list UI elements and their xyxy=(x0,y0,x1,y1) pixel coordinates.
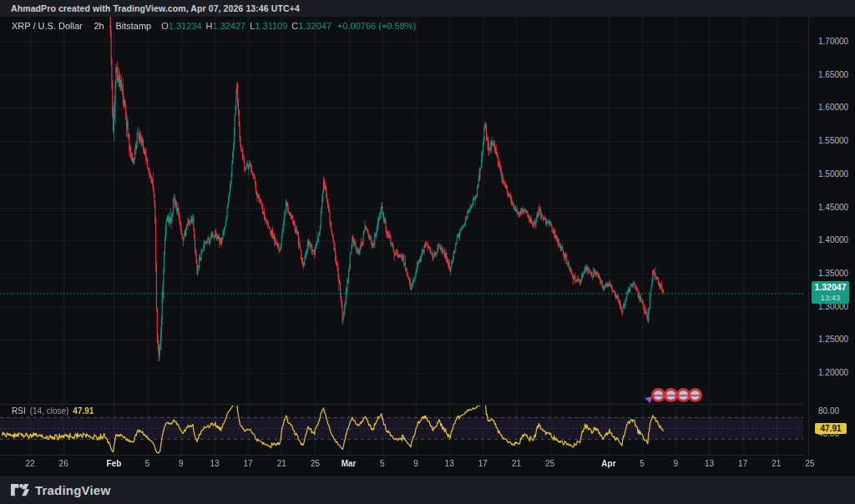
symbol-title: XRP / U.S. Dollar xyxy=(12,21,83,31)
price-axis-label: 1.70000 xyxy=(818,37,848,46)
time-axis-label: 25 xyxy=(545,459,554,468)
attribution-bar: AhmadPro created with TradingView.com, A… xyxy=(0,0,855,17)
time-axis[interactable]: 2226Feb5913172125Mar5913172125Apr5913172… xyxy=(0,456,803,474)
time-axis-label: 13 xyxy=(210,459,219,468)
price-axis-label: 1.45000 xyxy=(818,203,848,212)
ohlc-low: L1.31109 xyxy=(250,21,287,31)
time-axis-label: 22 xyxy=(25,459,34,468)
price-axis-label: 1.25000 xyxy=(818,335,848,344)
sticker-cluster[interactable] xyxy=(645,385,711,406)
ohlc-open: O1.31234 xyxy=(161,21,201,31)
time-axis-label: 5 xyxy=(380,459,385,468)
rsi-value: 47.91 xyxy=(73,406,94,416)
rsi-axis-label: 80.00 xyxy=(818,406,839,416)
ohlc-close: C1.32047 xyxy=(291,21,331,31)
last-price-badge: 1.32047 13:43 xyxy=(812,281,849,304)
chart-region: XRP / U.S. Dollar · 2h · Bitstamp O1.312… xyxy=(0,17,855,474)
bar-countdown: 13:43 xyxy=(812,293,849,304)
rsi-title: RSI xyxy=(12,406,26,416)
time-axis-label: 9 xyxy=(674,459,679,468)
change-value: +0.00766 (+0.58%) xyxy=(337,21,416,31)
time-axis-label: 9 xyxy=(179,459,184,468)
time-axis-label: 17 xyxy=(244,459,253,468)
price-axis-label: 1.40000 xyxy=(818,235,848,244)
time-axis-label: 25 xyxy=(805,459,814,468)
rsi-params: (14, close) xyxy=(30,406,69,416)
rsi-legend[interactable]: RSI (14, close) 47.91 xyxy=(12,406,94,416)
timeframe-label[interactable]: 2h xyxy=(94,21,104,31)
time-axis-label: 5 xyxy=(145,459,150,468)
price-axis-label: 1.60000 xyxy=(818,103,848,112)
price-axis-label: 1.65000 xyxy=(818,70,848,79)
time-axis-label: 17 xyxy=(738,459,747,468)
symbol-legend[interactable]: XRP / U.S. Dollar · 2h · Bitstamp O1.312… xyxy=(12,21,416,31)
legend-separator: · xyxy=(87,21,90,31)
legend-separator: · xyxy=(109,21,112,31)
price-axis-label: 1.20000 xyxy=(818,368,848,377)
rsi-value-badge: 47.91 xyxy=(815,423,847,434)
time-axis-label: 21 xyxy=(512,459,521,468)
last-price-value: 1.32047 xyxy=(812,281,849,293)
price-axis-label: 1.55000 xyxy=(818,136,848,145)
time-axis-label: Feb xyxy=(107,459,122,468)
time-axis-label: 9 xyxy=(413,459,418,468)
time-axis-label: 13 xyxy=(705,459,714,468)
tradingview-logo-icon[interactable] xyxy=(11,484,29,496)
time-axis-label: 13 xyxy=(445,459,454,468)
time-axis-label: 17 xyxy=(478,459,488,468)
price-axis-label: 1.50000 xyxy=(818,169,848,179)
price-axis[interactable]: 1.32047 13:43 47.91 1.700001.650001.6000… xyxy=(808,17,855,455)
time-axis-label: 5 xyxy=(640,459,645,468)
attribution-text: AhmadPro created with TradingView.com, A… xyxy=(11,3,300,13)
time-axis-label: 21 xyxy=(277,459,286,468)
time-axis-label: 26 xyxy=(59,459,68,468)
exchange-label: Bitstamp xyxy=(115,21,151,31)
flag-sticker-icon[interactable] xyxy=(688,388,702,402)
tradingview-brand[interactable]: TradingView xyxy=(35,483,110,497)
time-axis-label: Apr xyxy=(601,459,615,468)
time-axis-label: 25 xyxy=(311,459,320,468)
ohlc-high: H1.32427 xyxy=(206,21,246,31)
price-axis-label: 1.35000 xyxy=(818,269,848,278)
time-axis-label: 21 xyxy=(772,459,781,468)
time-axis-label: Mar xyxy=(341,459,357,468)
bottom-brand-bar: TradingView xyxy=(0,476,855,504)
